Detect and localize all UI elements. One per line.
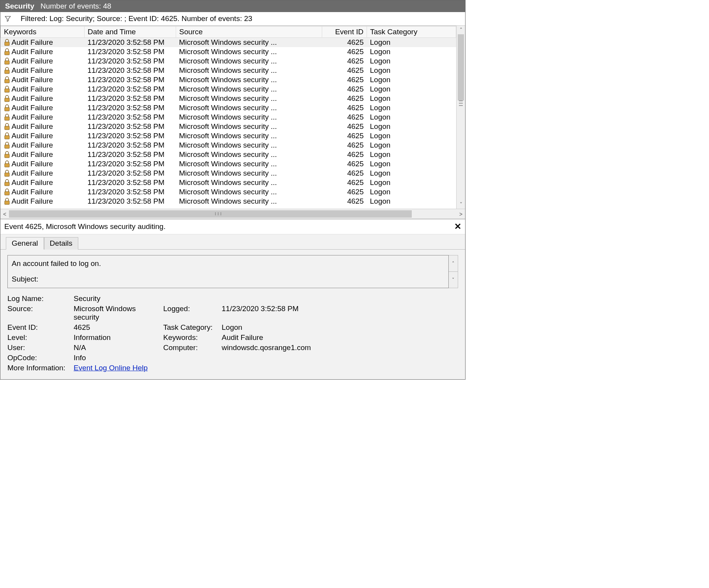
detail-header: Event 4625, Microsoft Windows security a… <box>0 219 465 234</box>
tab-details[interactable]: Details <box>44 237 78 250</box>
cell-keywords: Audit Failure <box>12 104 53 112</box>
table-row[interactable]: Audit Failure 11/23/2020 3:52:58 PM Micr… <box>1 197 456 206</box>
title-bar: Security Number of events: 48 <box>0 0 465 12</box>
cell-taskcat: Logon <box>367 150 456 159</box>
msg-scroll-up-icon[interactable]: ˄ <box>449 255 458 271</box>
lock-icon <box>4 104 10 111</box>
scroll-thumb[interactable] <box>458 34 464 100</box>
cell-taskcat: Logon <box>367 159 456 169</box>
lbl-keywords: Keywords: <box>163 333 218 342</box>
cell-keywords: Audit Failure <box>12 76 53 84</box>
cell-eventid: 4625 <box>322 113 367 122</box>
scroll-down-icon[interactable]: ˅ <box>457 200 465 209</box>
table-row[interactable]: Audit Failure 11/23/2020 3:52:58 PM Micr… <box>1 94 456 103</box>
cell-keywords: Audit Failure <box>12 94 53 103</box>
cell-source: Microsoft Windows security ... <box>176 113 322 122</box>
cell-keywords: Audit Failure <box>12 132 53 140</box>
cell-keywords: Audit Failure <box>12 178 53 187</box>
cell-datetime: 11/23/2020 3:52:58 PM <box>85 47 176 56</box>
table-row[interactable]: Audit Failure 11/23/2020 3:52:58 PM Micr… <box>1 141 456 150</box>
table-row[interactable]: Audit Failure 11/23/2020 3:52:58 PM Micr… <box>1 169 456 178</box>
horizontal-scrollbar[interactable]: < > <box>0 209 465 219</box>
svg-rect-13 <box>5 164 9 167</box>
cell-source: Microsoft Windows security ... <box>176 150 322 159</box>
col-keywords[interactable]: Keywords <box>1 26 85 38</box>
tab-general[interactable]: General <box>6 237 44 250</box>
msg-scroll-down-icon[interactable]: ˅ <box>449 271 458 288</box>
lock-icon <box>4 39 10 46</box>
col-datetime[interactable]: Date and Time <box>85 26 176 38</box>
cell-keywords: Audit Failure <box>12 57 53 65</box>
val-opcode: Info <box>74 354 159 362</box>
svg-rect-17 <box>5 201 9 204</box>
table-row[interactable]: Audit Failure 11/23/2020 3:52:58 PM Micr… <box>1 150 456 159</box>
svg-rect-7 <box>5 107 9 111</box>
table-row[interactable]: Audit Failure 11/23/2020 3:52:58 PM Micr… <box>1 131 456 141</box>
close-icon[interactable]: ✕ <box>454 222 461 232</box>
svg-rect-5 <box>5 89 9 92</box>
lbl-opcode: OpCode: <box>7 354 70 362</box>
hscroll-thumb[interactable] <box>9 210 412 218</box>
svg-rect-11 <box>5 145 9 148</box>
table-row[interactable]: Audit Failure 11/23/2020 3:52:58 PM Micr… <box>1 103 456 113</box>
more-info-link[interactable]: Event Log Online Help <box>74 364 148 372</box>
table-row[interactable]: Audit Failure 11/23/2020 3:52:58 PM Micr… <box>1 178 456 187</box>
cell-eventid: 4625 <box>322 150 367 159</box>
table-row[interactable]: Audit Failure 11/23/2020 3:52:58 PM Micr… <box>1 113 456 122</box>
cell-datetime: 11/23/2020 3:52:58 PM <box>85 75 176 85</box>
cell-taskcat: Logon <box>367 169 456 178</box>
cell-source: Microsoft Windows security ... <box>176 159 322 169</box>
val-computer: windowsdc.qosrange1.com <box>222 343 458 352</box>
table-row[interactable]: Audit Failure 11/23/2020 3:52:58 PM Micr… <box>1 122 456 131</box>
cell-taskcat: Logon <box>367 187 456 197</box>
vertical-scrollbar[interactable]: ˄ ˅ <box>456 26 465 209</box>
cell-source: Microsoft Windows security ... <box>176 56 322 66</box>
table-row[interactable]: Audit Failure 11/23/2020 3:52:58 PM Micr… <box>1 38 456 48</box>
message-scrollbar[interactable]: ˄ ˅ <box>449 255 458 288</box>
cell-datetime: 11/23/2020 3:52:58 PM <box>85 131 176 141</box>
table-row[interactable]: Audit Failure 11/23/2020 3:52:58 PM Micr… <box>1 75 456 85</box>
cell-taskcat: Logon <box>367 38 456 48</box>
table-row[interactable]: Audit Failure 11/23/2020 3:52:58 PM Micr… <box>1 159 456 169</box>
val-keywords: Audit Failure <box>222 333 458 342</box>
cell-eventid: 4625 <box>322 122 367 131</box>
lbl-taskcat: Task Category: <box>163 323 218 332</box>
event-grid[interactable]: Keywords Date and Time Source Event ID T… <box>0 26 456 209</box>
lbl-logged: Logged: <box>163 305 218 322</box>
cell-source: Microsoft Windows security ... <box>176 169 322 178</box>
column-header-row[interactable]: Keywords Date and Time Source Event ID T… <box>1 26 456 38</box>
cell-keywords: Audit Failure <box>12 141 53 150</box>
table-row[interactable]: Audit Failure 11/23/2020 3:52:58 PM Micr… <box>1 187 456 197</box>
col-eventid[interactable]: Event ID <box>322 26 367 38</box>
col-taskcategory[interactable]: Task Category <box>367 26 456 38</box>
table-row[interactable]: Audit Failure 11/23/2020 3:52:58 PM Micr… <box>1 85 456 94</box>
val-logged: 11/23/2020 3:52:58 PM <box>222 305 458 322</box>
scroll-right-icon[interactable]: > <box>457 210 465 218</box>
filter-text: Filtered: Log: Security; Source: ; Event… <box>21 14 252 23</box>
col-source[interactable]: Source <box>176 26 322 38</box>
cell-taskcat: Logon <box>367 122 456 131</box>
table-row[interactable]: Audit Failure 11/23/2020 3:52:58 PM Micr… <box>1 56 456 66</box>
scroll-left-icon[interactable]: < <box>0 210 9 218</box>
cell-datetime: 11/23/2020 3:52:58 PM <box>85 103 176 113</box>
cell-datetime: 11/23/2020 3:52:58 PM <box>85 85 176 94</box>
table-row[interactable]: Audit Failure 11/23/2020 3:52:58 PM Micr… <box>1 66 456 75</box>
cell-datetime: 11/23/2020 3:52:58 PM <box>85 141 176 150</box>
cell-datetime: 11/23/2020 3:52:58 PM <box>85 113 176 122</box>
table-row[interactable]: Audit Failure 11/23/2020 3:52:58 PM Micr… <box>1 47 456 56</box>
lock-icon <box>4 95 10 102</box>
cell-datetime: 11/23/2020 3:52:58 PM <box>85 169 176 178</box>
hscroll-track[interactable] <box>9 209 457 219</box>
cell-source: Microsoft Windows security ... <box>176 94 322 103</box>
cell-datetime: 11/23/2020 3:52:58 PM <box>85 122 176 131</box>
lbl-logname: Log Name: <box>7 294 70 303</box>
scroll-up-icon[interactable]: ˄ <box>457 26 465 34</box>
lock-icon <box>4 76 10 83</box>
scroll-track[interactable] <box>457 34 465 200</box>
cell-source: Microsoft Windows security ... <box>176 47 322 56</box>
filter-icon <box>4 15 13 22</box>
filter-bar: Filtered: Log: Security; Source: ; Event… <box>0 12 465 26</box>
cell-datetime: 11/23/2020 3:52:58 PM <box>85 187 176 197</box>
cell-source: Microsoft Windows security ... <box>176 66 322 75</box>
cell-eventid: 4625 <box>322 178 367 187</box>
